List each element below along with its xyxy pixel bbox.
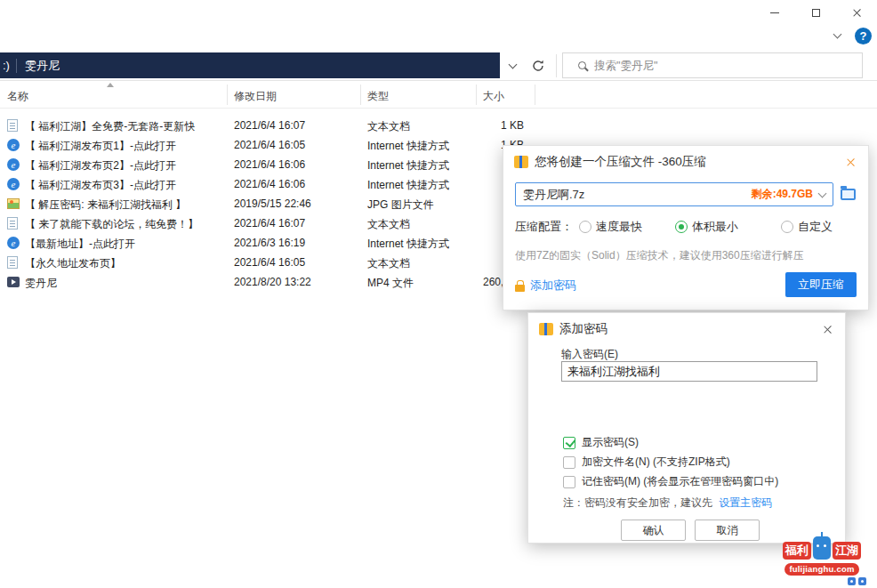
internet-shortcut-icon	[7, 237, 20, 249]
help-button[interactable]: ?	[855, 28, 872, 44]
column-header-name[interactable]: 名称	[7, 89, 28, 104]
file-date: 2021/6/4 16:07	[234, 217, 305, 230]
help-label: ?	[860, 29, 867, 43]
column-divider	[535, 85, 535, 105]
file-type: JPG 图片文件	[367, 197, 434, 213]
file-name: 雯丹尼	[25, 276, 57, 291]
password-input[interactable]	[562, 365, 817, 378]
column-header-date[interactable]: 修改日期	[234, 89, 277, 104]
file-name: 【永久地址发布页】	[25, 256, 121, 271]
radio-unselected-icon	[781, 221, 793, 233]
radio-option-custom[interactable]: 自定义	[781, 219, 833, 235]
file-row[interactable]: 【 解压密码: 来福利江湖找福利 】 2019/5/15 22:46 JPG 图…	[0, 194, 551, 213]
file-name: 【 福利江湖发布页3】-点此打开	[25, 178, 176, 193]
site-watermark: 福利 江湖 fulijianghu.com	[774, 536, 870, 585]
archive-icon	[539, 323, 553, 335]
chevron-down-icon[interactable]	[818, 189, 827, 198]
file-name: 【最新地址】-点此打开	[25, 237, 135, 252]
dialog-close-button[interactable]	[820, 322, 834, 336]
file-row[interactable]: 雯丹尼 2021/8/20 13:22 MP4 文件 260,35	[0, 272, 551, 292]
address-folder: 雯丹尼	[25, 58, 60, 74]
cancel-button[interactable]: 取消	[695, 520, 760, 541]
checkbox-encrypt-filenames[interactable]: 加密文件名(N) (不支持ZIP格式)	[563, 455, 730, 470]
file-date: 2021/8/20 13:22	[234, 276, 311, 288]
browse-folder-button[interactable]	[838, 186, 857, 202]
minimize-button[interactable]	[754, 0, 795, 25]
confirm-button[interactable]: 确认	[621, 520, 686, 541]
dialog-close-button[interactable]	[843, 155, 857, 169]
file-row[interactable]: 【 福利江湖发布页1】-点此打开 2021/6/4 16:05 Internet…	[0, 135, 551, 155]
compress-config-label: 压缩配置：	[515, 219, 573, 235]
file-row[interactable]: 【最新地址】-点此打开 2021/6/3 16:19 Internet 快捷方式	[0, 233, 551, 253]
sort-ascending-icon	[107, 83, 114, 87]
radio-option-smallest[interactable]: 体积最小	[675, 219, 738, 235]
watermark-site-label: fulijianghu.com	[784, 563, 858, 576]
refresh-button[interactable]	[527, 55, 550, 77]
checkbox-unchecked-icon	[563, 456, 575, 469]
add-password-dialog-title: 添加密码	[559, 321, 607, 337]
add-password-link[interactable]: 添加密码	[515, 278, 576, 294]
radio-selected-icon	[675, 221, 688, 233]
lock-icon	[515, 285, 525, 292]
close-icon	[823, 325, 833, 334]
file-name: 【 福利江湖发布页2】-点此打开	[25, 158, 176, 173]
set-master-password-link[interactable]: 设置主密码	[719, 496, 772, 509]
checkbox-label: 加密文件名(N) (不支持ZIP格式)	[582, 455, 730, 470]
archive-icon	[514, 156, 528, 168]
free-space-label: 剩余:49.7GB	[752, 187, 813, 202]
file-date: 2021/6/4 16:07	[234, 119, 305, 132]
search-icon	[578, 61, 586, 69]
file-date: 2021/6/4 16:05	[234, 139, 305, 151]
internet-shortcut-icon	[7, 178, 20, 190]
ribbon-strip: ?	[834, 26, 872, 45]
compress-now-button[interactable]: 立即压缩	[785, 272, 857, 297]
window-titlebar	[0, 0, 877, 25]
file-row[interactable]: 【 来了就能下载的论坛，纯免费！】 2021/6/4 16:07 文本文档	[0, 213, 551, 233]
password-input-label: 输入密码(E)	[561, 347, 618, 362]
file-name: 【 福利江湖】全免费-无套路-更新快	[25, 119, 195, 134]
folder-icon	[841, 189, 856, 200]
address-drive: :)	[0, 59, 16, 72]
maximize-icon	[812, 9, 820, 17]
file-type: 文本文档	[367, 256, 410, 271]
minimize-icon	[770, 12, 779, 13]
file-row[interactable]: 【 福利江湖发布页3】-点此打开 2021/6/4 16:06 Internet…	[0, 174, 551, 194]
chevron-down-icon	[508, 60, 517, 69]
mini-social-icon	[858, 577, 866, 585]
archive-filename-field: 剩余:49.7GB	[515, 182, 833, 206]
file-row[interactable]: 【 福利江湖】全免费-无套路-更新快 2021/6/4 16:07 文本文档 1…	[0, 116, 551, 135]
note-text: 注：密码没有安全加密，建议先	[563, 496, 712, 509]
internet-shortcut-icon	[7, 158, 20, 171]
search-input[interactable]	[594, 60, 862, 72]
add-password-label: 添加密码	[530, 278, 576, 294]
address-dropdown-button[interactable]	[503, 59, 521, 73]
mascot-icon	[813, 536, 831, 560]
file-row[interactable]: 【 福利江湖发布页2】-点此打开 2021/6/4 16:06 Internet…	[0, 155, 551, 174]
close-icon	[846, 157, 856, 167]
file-row[interactable]: 【永久地址发布页】 2021/6/4 16:05 文本文档	[0, 253, 551, 272]
address-bar-row: :) 雯丹尼	[0, 51, 877, 81]
add-password-dialog: 添加密码 输入密码(E) 显示密码(S) 加密文件名(N) (不支持ZIP格式)…	[527, 312, 846, 544]
checkbox-remember-password[interactable]: 记住密码(M) (将会显示在管理密码窗口中)	[563, 474, 778, 489]
checkbox-label: 记住密码(M) (将会显示在管理密码窗口中)	[582, 474, 778, 489]
watermark-badge-left: 福利	[783, 542, 811, 560]
checkbox-show-password[interactable]: 显示密码(S)	[563, 435, 639, 450]
file-type: Internet 快捷方式	[367, 139, 449, 154]
column-header-type[interactable]: 类型	[367, 89, 389, 104]
password-field	[561, 361, 817, 382]
address-bar[interactable]: :) 雯丹尼	[0, 52, 500, 78]
mp4-file-icon	[7, 277, 20, 287]
close-button[interactable]	[836, 0, 877, 25]
watermark-badge-right: 江湖	[833, 542, 861, 560]
internet-shortcut-icon	[7, 139, 20, 151]
radio-label: 速度最快	[596, 219, 642, 235]
radio-option-fastest[interactable]: 速度最快	[579, 219, 642, 235]
archive-filename-input[interactable]	[516, 188, 752, 201]
maximize-button[interactable]	[795, 0, 836, 25]
column-header-size[interactable]: 大小	[483, 89, 504, 104]
file-date: 2021/6/4 16:06	[234, 158, 305, 171]
compress-config-row: 压缩配置： 速度最快 体积最小 自定义	[515, 219, 833, 235]
chevron-down-icon[interactable]	[833, 30, 842, 39]
search-box[interactable]	[562, 52, 863, 78]
create-archive-dialog: 您将创建一个压缩文件 -360压缩 剩余:49.7GB 压缩配置： 速度最快 体…	[503, 145, 869, 310]
